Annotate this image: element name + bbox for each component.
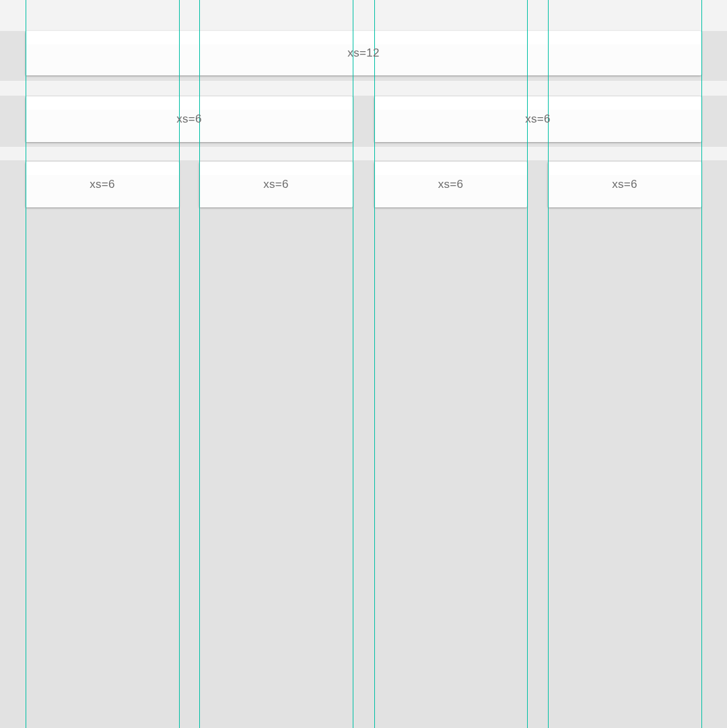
- grid-cell-xs6: xs=6: [374, 162, 527, 207]
- guide-line: [701, 0, 702, 728]
- grid-cell-xs6: xs=6: [548, 162, 701, 207]
- grid-cell-label: xs=6: [176, 112, 202, 126]
- grid-cell-xs6: xs=6: [26, 96, 353, 142]
- grid-cell-xs12: xs=12: [26, 31, 701, 75]
- grid-cell-label: xs=6: [612, 178, 637, 191]
- grid-demo: xs=12 xs=6 xs=6 xs=6 xs=6 xs=6 xs=6: [0, 0, 727, 728]
- grid-cell-label: xs=12: [347, 46, 379, 60]
- grid-cell-xs6: xs=6: [374, 96, 701, 142]
- grid-cell-label: xs=6: [90, 178, 115, 191]
- row-bg-1: [0, 81, 727, 96]
- row-bg-2: [0, 147, 727, 160]
- guide-line: [353, 0, 353, 728]
- grid-cell-xs6: xs=6: [199, 162, 353, 207]
- grid-cell-label: xs=6: [525, 112, 551, 126]
- grid-cell-label: xs=6: [263, 178, 289, 191]
- grid-cell-xs6: xs=6: [26, 162, 179, 207]
- grid-cell-label: xs=6: [438, 178, 464, 191]
- row-bg-top: [0, 0, 727, 31]
